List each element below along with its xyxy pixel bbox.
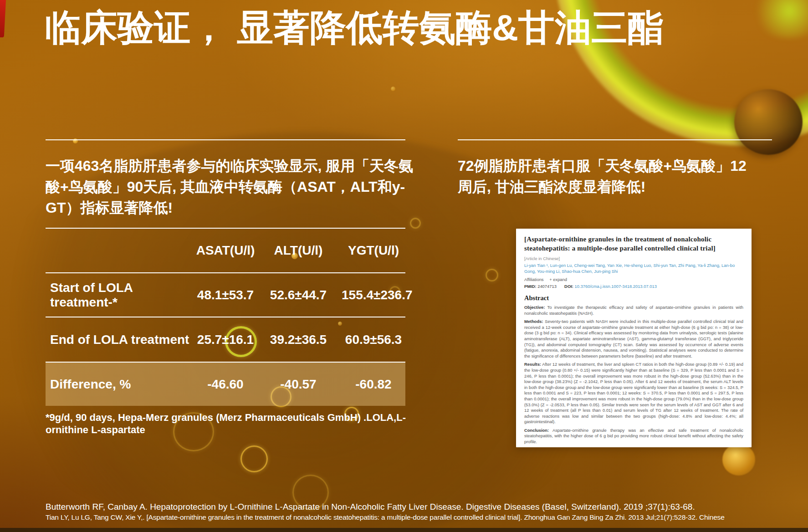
section-label: Objective: (524, 305, 545, 310)
dark-oil-bubble-decoration (734, 89, 803, 155)
cell-value: 39.2±36.5 (255, 332, 342, 347)
table-footnote: *9g/d, 90 days, Hepa-Merz granules (Merz… (46, 411, 410, 436)
page-title: 临床验证， 显著降低转氨酶&甘油三酯 (45, 4, 664, 53)
abstract-heading: Abstract (524, 294, 743, 302)
column-header-alt: ALT(U/l) (255, 243, 342, 258)
left-intro-text: 一项463名脂肪肝患者参与的临床实验显示, 服用「天冬氨酸+鸟氨酸」90天后, … (46, 155, 417, 218)
section-text: After 12 weeks of treatment, the liver a… (524, 362, 743, 424)
cell-value: 52.6±44.7 (255, 288, 342, 302)
abstract-methods: Methods: Seventy-two patients with NASH … (524, 319, 743, 359)
cell-value: 25.7±16.1 (196, 332, 255, 347)
right-intro-text: 72例脂肪肝患者口服「天冬氨酸+鸟氨酸」12周后, 甘油三酯浓度显着降低! (458, 155, 756, 197)
affiliations-row: Affiliations + expand (524, 277, 743, 282)
table-header-row: ASAT(U/l) ALT(U/l) YGT(U/l) (46, 228, 405, 272)
cell-value: 48.1±53.7 (196, 288, 255, 302)
row-label: Difference, % (46, 377, 196, 392)
section-text: Aspartate-ornithine granule therapy was … (524, 428, 743, 444)
section-text: To investigate the therapeutic efficacy … (524, 305, 743, 316)
table-row: End of LOLA treatment 25.7±16.1 39.2±36.… (46, 317, 405, 362)
bubble-dot-decoration (391, 87, 395, 91)
column-header-asat: ASAT(U/l) (196, 243, 255, 258)
reference-citation: Tian LY, Lu LG, Tang CW, Xie Y,. [Aspart… (46, 513, 725, 522)
abstract-objective: Objective: To investigate the therapeuti… (524, 305, 743, 316)
row-label: End of LOLA treatment (46, 332, 196, 347)
column-header-ygt: YGT(U/l) (342, 243, 405, 258)
bottom-edge-decoration (0, 528, 808, 532)
article-language: [Article in Chinese] (524, 256, 743, 261)
table-row: Start of LOLA treatment-* 48.1±53.7 52.6… (46, 272, 405, 317)
pmid-value: 24074713 (537, 284, 557, 289)
row-label: Start of LOLA treatment-* (46, 281, 196, 310)
cell-value: 60.9±56.3 (342, 332, 405, 347)
article-title: [Aspartate-ornithine granules in the tre… (524, 235, 743, 253)
doi-link: 10.3760/cma.j.issn.1007-3418.2013.07.013 (575, 284, 657, 289)
cell-value: -46.60 (196, 377, 255, 392)
bubble-ring-decoration (240, 445, 268, 472)
section-label: Conclusion: (524, 428, 549, 433)
cell-value: -40.57 (255, 377, 342, 392)
abstract-results: Results: After 12 weeks of treatment, th… (524, 362, 743, 425)
cell-value: -60.82 (342, 377, 405, 392)
article-ids-row: PMID: 24074713 DOI: 10.3760/cma.j.issn.1… (524, 284, 743, 289)
amber-bubble-decoration (722, 444, 755, 476)
abstract-conclusion: Conclusion: Aspartate-ornithine granule … (524, 428, 743, 445)
red-edge-decoration (0, 0, 6, 37)
bubble-ring-decoration (486, 269, 498, 281)
section-label: Methods: (524, 319, 543, 324)
affiliations-label: Affiliations (524, 277, 544, 282)
cell-value: 155.4±236.7 (342, 288, 405, 302)
section-text: Seventy-two patients with NASH were incl… (524, 319, 743, 358)
pubmed-abstract-card: [Aspartate-ornithine granules in the tre… (516, 229, 752, 447)
doi-label: DOI: (564, 284, 573, 289)
article-authors: Li-yan Tian ¹, Lun-gen Lu, Cheng-wei Tan… (524, 262, 743, 274)
expand-toggle: + expand (549, 277, 567, 282)
slide: 临床验证， 显著降低转氨酶&甘油三酯 一项463名脂肪肝患者参与的临床实验显示,… (0, 0, 808, 532)
lola-results-table: ASAT(U/l) ALT(U/l) YGT(U/l) Start of LOL… (46, 228, 405, 406)
table-row-highlighted: Difference, % -46.60 -40.57 -60.82 (46, 362, 405, 406)
divider-left (46, 139, 405, 140)
divider-right (458, 139, 772, 140)
section-label: Results: (524, 362, 541, 367)
pmid-label: PMID: (524, 284, 537, 289)
reference-citation: Butterworth RF, Canbay A. Hepatoprotecti… (46, 502, 695, 512)
bubble-ring-decoration (410, 218, 421, 229)
